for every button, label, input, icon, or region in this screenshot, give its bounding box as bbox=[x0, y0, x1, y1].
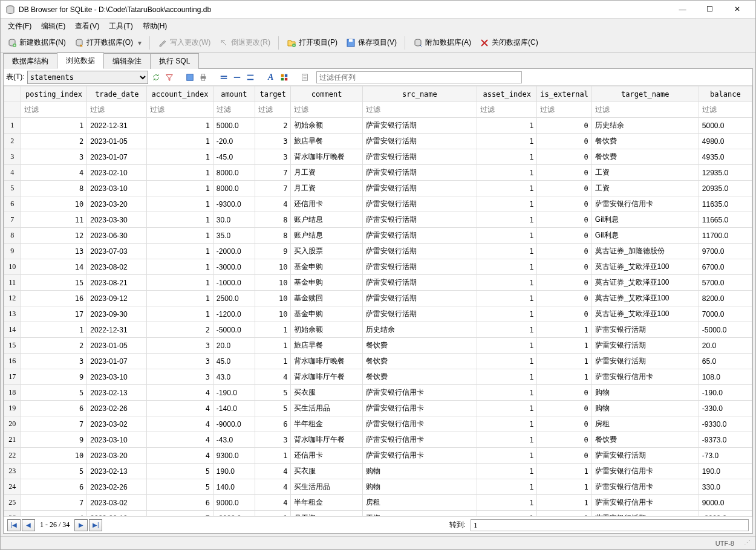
col-header-comment[interactable]: comment bbox=[291, 86, 362, 102]
table-row[interactable]: 12162023-09-1212500.010基金赎回萨雷安银行活期10莫古证券… bbox=[4, 291, 752, 306]
cell[interactable]: 萨雷安银行活期 bbox=[362, 306, 477, 322]
cell[interactable]: 1 bbox=[255, 338, 291, 354]
data-grid[interactable]: posting_indextrade_dateaccount_indexamou… bbox=[4, 86, 752, 516]
filter-target[interactable] bbox=[256, 104, 290, 115]
cell[interactable]: 5 bbox=[147, 479, 213, 495]
cell[interactable]: -5000.0 bbox=[699, 322, 752, 338]
row-header[interactable]: 10 bbox=[4, 259, 21, 275]
cell[interactable]: 莫古证券_艾欧泽亚100 bbox=[591, 275, 699, 291]
cell[interactable]: 0 bbox=[537, 228, 591, 244]
row-header[interactable]: 1 bbox=[4, 118, 21, 134]
table-row[interactable]: 2192023-03-104-43.03背水咖啡厅午餐萨雷安银行信用卡10餐饮费… bbox=[4, 432, 752, 448]
cell[interactable]: 莫古证券_艾欧泽亚100 bbox=[591, 259, 699, 275]
cell[interactable]: 0 bbox=[537, 196, 591, 212]
delete-record-icon[interactable] bbox=[232, 72, 243, 83]
cell[interactable]: -1000.0 bbox=[213, 275, 255, 291]
cell[interactable]: -3000.0 bbox=[213, 259, 255, 275]
row-header[interactable]: 2 bbox=[4, 134, 21, 149]
cell[interactable]: 2023-09-30 bbox=[87, 306, 147, 322]
cell[interactable]: 1 bbox=[255, 448, 291, 464]
cell[interactable]: 0 bbox=[537, 259, 591, 275]
filter-asset_index[interactable] bbox=[478, 104, 536, 115]
cell[interactable]: 1 bbox=[147, 275, 213, 291]
cell[interactable]: 2023-02-13 bbox=[87, 464, 147, 479]
cell[interactable]: 1 bbox=[477, 464, 537, 479]
cell[interactable]: 4 bbox=[147, 401, 213, 416]
cell[interactable]: 8 bbox=[21, 181, 87, 196]
table-row[interactable]: 1632023-01-07345.01背水咖啡厅晚餐餐饮费11萨雷安银行活期65… bbox=[4, 354, 752, 369]
cell[interactable]: 买生活用品 bbox=[291, 401, 362, 416]
cell[interactable]: -9330.0 bbox=[699, 416, 752, 432]
cell[interactable]: 0 bbox=[537, 291, 591, 306]
cell[interactable]: 萨雷安银行信用卡 bbox=[362, 448, 477, 464]
cell[interactable]: 0 bbox=[537, 165, 591, 181]
nav-prev-button[interactable]: ◀ bbox=[22, 519, 35, 531]
cell[interactable]: 0 bbox=[537, 306, 591, 322]
cell[interactable]: -330.0 bbox=[699, 401, 752, 416]
cell[interactable]: 2 bbox=[147, 322, 213, 338]
filter-amount[interactable] bbox=[214, 104, 254, 115]
col-header-posting_index[interactable]: posting_index bbox=[21, 86, 87, 102]
cell[interactable]: 1 bbox=[477, 275, 537, 291]
row-header[interactable]: 14 bbox=[4, 322, 21, 338]
cell[interactable]: 2023-07-03 bbox=[87, 244, 147, 259]
cell[interactable]: 4 bbox=[255, 464, 291, 479]
cell[interactable]: 10 bbox=[21, 448, 87, 464]
row-header[interactable]: 9 bbox=[4, 244, 21, 259]
table-row[interactable]: 2642023-02-107-8000.01月工资工资11萨雷安银行活期-800… bbox=[4, 511, 752, 517]
cell[interactable]: 5 bbox=[255, 401, 291, 416]
cell[interactable]: 萨雷安银行活期 bbox=[362, 244, 477, 259]
cell[interactable]: 0 bbox=[537, 149, 591, 165]
cell[interactable]: 2023-06-30 bbox=[87, 228, 147, 244]
cell[interactable]: 1 bbox=[477, 134, 537, 149]
table-row[interactable]: 7112023-03-30130.08账户结息萨雷安银行活期10Gil利息116… bbox=[4, 212, 752, 228]
cell[interactable]: -8000.0 bbox=[213, 511, 255, 517]
cell[interactable]: 月工资 bbox=[291, 181, 362, 196]
row-header[interactable]: 7 bbox=[4, 212, 21, 228]
cell[interactable]: 9 bbox=[255, 244, 291, 259]
cell[interactable]: 2023-08-21 bbox=[87, 275, 147, 291]
row-header[interactable]: 18 bbox=[4, 385, 21, 401]
cell[interactable]: 莫古证券_加隆德股份 bbox=[591, 244, 699, 259]
cell[interactable]: 4 bbox=[21, 511, 87, 517]
cell[interactable]: 萨雷安银行信用卡 bbox=[362, 432, 477, 448]
table-row[interactable]: 1522023-01-05320.01旅店早餐餐饮费11萨雷安银行活期20.0 bbox=[4, 338, 752, 354]
menu-0[interactable]: 文件(F) bbox=[3, 19, 36, 33]
cell[interactable]: 月工资 bbox=[291, 165, 362, 181]
row-header[interactable]: 6 bbox=[4, 196, 21, 212]
refresh-icon[interactable] bbox=[151, 72, 161, 83]
cell[interactable]: 0 bbox=[537, 134, 591, 149]
cell[interactable]: 1 bbox=[477, 385, 537, 401]
cell[interactable]: 背水咖啡厅午餐 bbox=[291, 432, 362, 448]
cell[interactable]: 4 bbox=[147, 416, 213, 432]
cell[interactable]: 3 bbox=[255, 432, 291, 448]
row-header[interactable]: 12 bbox=[4, 291, 21, 306]
cell[interactable]: 萨雷安银行信用卡 bbox=[362, 416, 477, 432]
col-header-balance[interactable]: balance bbox=[699, 86, 752, 102]
cell[interactable]: 1 bbox=[537, 338, 591, 354]
cell[interactable]: 买衣服 bbox=[291, 464, 362, 479]
cell[interactable]: -9000.0 bbox=[213, 416, 255, 432]
cell[interactable]: 2023-01-05 bbox=[87, 338, 147, 354]
row-header[interactable]: 20 bbox=[4, 416, 21, 432]
cell[interactable]: 旅店早餐 bbox=[291, 338, 362, 354]
cell[interactable]: 萨雷安银行活期 bbox=[362, 275, 477, 291]
cell[interactable]: 房租 bbox=[362, 495, 477, 511]
cell[interactable]: 工资 bbox=[591, 181, 699, 196]
row-header[interactable]: 16 bbox=[4, 354, 21, 369]
cell[interactable]: 初始余额 bbox=[291, 118, 362, 134]
cell[interactable]: 2023-02-10 bbox=[87, 511, 147, 517]
cell[interactable]: 还信用卡 bbox=[291, 448, 362, 464]
cell[interactable]: 购物 bbox=[362, 464, 477, 479]
filter-target_name[interactable] bbox=[593, 104, 698, 115]
cell[interactable]: 2023-03-10 bbox=[87, 369, 147, 385]
filter-account_index[interactable] bbox=[148, 104, 212, 115]
cell[interactable]: 15 bbox=[21, 275, 87, 291]
cell[interactable]: 萨雷安银行信用卡 bbox=[591, 495, 699, 511]
cell[interactable]: 2023-03-10 bbox=[87, 181, 147, 196]
cell[interactable]: 1 bbox=[477, 354, 537, 369]
cell[interactable]: 萨雷安银行活期 bbox=[591, 511, 699, 517]
cell[interactable]: 3 bbox=[255, 134, 291, 149]
cell[interactable]: 1 bbox=[147, 291, 213, 306]
menu-2[interactable]: 查看(V) bbox=[70, 19, 104, 33]
